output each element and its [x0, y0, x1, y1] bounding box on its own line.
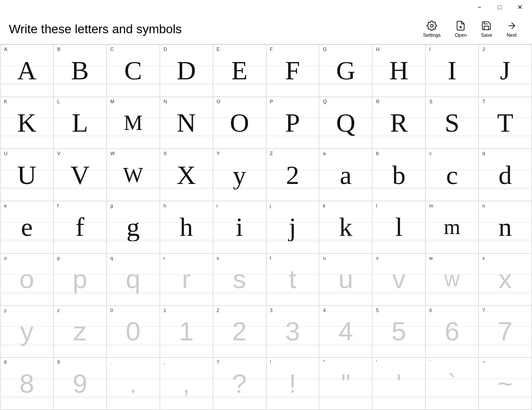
cell-P[interactable]: PP	[266, 97, 320, 149]
cell-_[interactable]: ..	[107, 358, 160, 410]
next-icon	[506, 20, 517, 31]
cell-m[interactable]: mm	[426, 201, 479, 254]
cell-1[interactable]: 11	[160, 306, 213, 358]
page-title: Write these letters and symbols	[9, 22, 417, 36]
cell-v[interactable]: vv	[372, 254, 426, 306]
cell-a[interactable]: aa	[319, 149, 372, 201]
handwritten-char: a	[340, 162, 352, 188]
cell-L[interactable]: LL	[54, 97, 107, 149]
cell-_[interactable]: ??	[213, 358, 266, 410]
cell-B[interactable]: BB	[54, 45, 107, 97]
cell-X[interactable]: XX	[160, 149, 213, 201]
cell-h[interactable]: hh	[160, 201, 213, 254]
ghost-char: 6	[445, 318, 459, 345]
ghost-char: w	[444, 269, 460, 290]
maximize-button[interactable]: □	[489, 0, 510, 14]
ghost-char: 3	[285, 318, 300, 345]
cell-o[interactable]: oo	[0, 254, 54, 306]
handwritten-char: J	[500, 57, 510, 84]
ghost-char: v	[392, 266, 406, 293]
cell-c[interactable]: cc	[426, 149, 479, 201]
next-label: Next	[507, 32, 517, 38]
cell-7[interactable]: 77	[479, 306, 532, 358]
cell-p[interactable]: pp	[54, 254, 107, 306]
handwritten-char: b	[392, 162, 406, 188]
cell-t[interactable]: tt	[266, 254, 320, 306]
cell-V[interactable]: VV	[54, 149, 107, 201]
handwritten-char: d	[499, 162, 512, 188]
ghost-char: ~	[497, 371, 513, 397]
cell-j[interactable]: jj	[266, 201, 320, 254]
cell-F[interactable]: FF	[266, 45, 320, 97]
cell-Q[interactable]: QQ	[319, 97, 372, 149]
cell-K[interactable]: KK	[0, 97, 54, 149]
cell-6[interactable]: 66	[426, 306, 479, 358]
minimize-button[interactable]: −	[469, 0, 489, 14]
cell-_[interactable]: ~~	[479, 358, 532, 410]
cell-U[interactable]: UU	[0, 149, 54, 201]
cell-O[interactable]: OO	[213, 97, 266, 149]
cell-x[interactable]: xx	[479, 254, 532, 306]
cell-J[interactable]: JJ	[479, 45, 532, 97]
cell-R[interactable]: RR	[372, 97, 426, 149]
cell-C[interactable]: CC	[107, 45, 160, 97]
cell-8[interactable]: 88	[0, 358, 54, 410]
cell-e[interactable]: ee	[0, 201, 54, 254]
cell-b[interactable]: bb	[372, 149, 426, 201]
cell-d[interactable]: dd	[479, 149, 532, 201]
cell-w[interactable]: ww	[426, 254, 479, 306]
cell-Z[interactable]: Z2	[266, 149, 320, 201]
ghost-char: z	[73, 318, 86, 345]
handwritten-char: X	[176, 162, 196, 188]
handwritten-char: f	[75, 214, 84, 240]
cell-y[interactable]: yy	[0, 306, 54, 358]
save-button[interactable]: Save	[475, 18, 498, 40]
cell-G[interactable]: GG	[319, 45, 372, 97]
cell-l[interactable]: ll	[372, 201, 426, 254]
open-button[interactable]: Open	[449, 18, 473, 40]
ghost-char: "	[341, 371, 350, 397]
cell-A[interactable]: AA	[0, 45, 54, 97]
cell-i[interactable]: ii	[213, 201, 266, 254]
cell-q[interactable]: qq	[107, 254, 160, 306]
handwritten-char: l	[395, 214, 403, 240]
cell-T[interactable]: TT	[479, 97, 532, 149]
cell-u[interactable]: uu	[319, 254, 372, 306]
handwritten-char: C	[124, 57, 142, 84]
cell-9[interactable]: 99	[54, 358, 107, 410]
cell-D[interactable]: DD	[160, 45, 213, 97]
cell-f[interactable]: ff	[54, 201, 107, 254]
cell-0[interactable]: 00	[107, 306, 160, 358]
cell-_[interactable]: ,,	[160, 358, 213, 410]
cell-r[interactable]: rr	[160, 254, 213, 306]
cell-2[interactable]: 22	[213, 306, 266, 358]
cell-5[interactable]: 55	[372, 306, 426, 358]
cell-g[interactable]: gg	[107, 201, 160, 254]
cell-4[interactable]: 44	[319, 306, 372, 358]
cell-Y[interactable]: Yy	[213, 149, 266, 201]
cell-_[interactable]: ""	[319, 358, 372, 410]
cell-k[interactable]: kk	[319, 201, 372, 254]
close-button[interactable]: ✕	[510, 0, 530, 14]
cell-M[interactable]: MM	[107, 97, 160, 149]
cell-_[interactable]: !!	[266, 358, 320, 410]
ghost-char: 7	[498, 318, 512, 345]
cell-z[interactable]: zz	[54, 306, 107, 358]
cell-I[interactable]: II	[426, 45, 479, 97]
next-button[interactable]: Next	[500, 18, 523, 40]
titlebar: − □ ✕	[0, 0, 532, 14]
cell-S[interactable]: SS	[426, 97, 479, 149]
cell-W[interactable]: WW	[107, 149, 160, 201]
cell-3[interactable]: 33	[266, 306, 320, 358]
cell-n[interactable]: nn	[479, 201, 532, 254]
open-icon	[455, 20, 466, 31]
cell-_[interactable]: ''	[372, 358, 426, 410]
cell-E[interactable]: EE	[213, 45, 266, 97]
gear-icon	[426, 20, 437, 31]
cell-N[interactable]: NN	[160, 97, 213, 149]
cell-H[interactable]: HH	[372, 45, 426, 97]
settings-button[interactable]: Settings	[417, 18, 447, 40]
cell-s[interactable]: ss	[213, 254, 266, 306]
save-label: Save	[481, 32, 492, 38]
cell-_[interactable]: ``	[426, 358, 479, 410]
